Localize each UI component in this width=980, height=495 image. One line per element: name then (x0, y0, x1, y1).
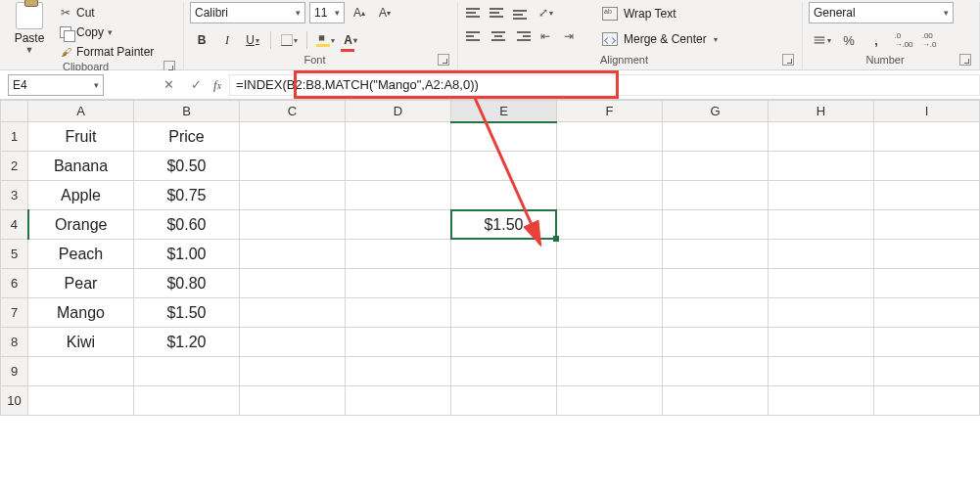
row-header-10[interactable]: 10 (1, 386, 28, 416)
cell-H5[interactable] (769, 240, 874, 269)
cell-G2[interactable] (663, 152, 769, 181)
cell-C2[interactable] (240, 152, 346, 181)
number-format-combo[interactable]: General ▾ (809, 2, 954, 23)
comma-format-button[interactable]: , (863, 29, 889, 51)
increase-decimal-button[interactable]: .0→.00 (891, 29, 916, 51)
bold-button[interactable]: B (190, 29, 213, 51)
cell-D3[interactable] (346, 181, 451, 210)
align-right-button[interactable] (511, 27, 533, 45)
cell-H2[interactable] (769, 152, 874, 181)
cell-A8[interactable]: Kiwi (28, 328, 134, 357)
cell-D6[interactable] (346, 269, 451, 298)
name-box[interactable]: E4 ▾ (8, 74, 104, 96)
cell-G1[interactable] (663, 122, 769, 152)
borders-button[interactable]: ▾ (277, 29, 301, 51)
cell-A6[interactable]: Pear (28, 269, 134, 298)
cell-H9[interactable] (769, 357, 874, 386)
cell-C7[interactable] (240, 298, 346, 328)
row-header-5[interactable]: 5 (1, 240, 28, 269)
cell-I2[interactable] (874, 152, 980, 181)
cell-E10[interactable] (451, 386, 557, 416)
cell-H4[interactable] (769, 210, 874, 240)
cell-A9[interactable] (28, 357, 134, 386)
column-header-A[interactable]: A (28, 101, 134, 122)
column-header-G[interactable]: G (663, 101, 769, 122)
align-center-button[interactable] (488, 27, 509, 45)
cell-F5[interactable] (557, 240, 663, 269)
cut-button[interactable]: Cut (59, 4, 154, 22)
cell-A5[interactable]: Peach (28, 240, 134, 269)
cell-G9[interactable] (663, 357, 769, 386)
cell-D8[interactable] (346, 328, 451, 357)
paste-button[interactable]: Paste ▼ (6, 2, 53, 55)
cell-B9[interactable] (134, 357, 240, 386)
cell-G7[interactable] (663, 298, 769, 328)
cell-C5[interactable] (240, 240, 346, 269)
copy-button[interactable]: Copy ▾ (59, 23, 154, 41)
cell-H6[interactable] (769, 269, 874, 298)
cell-E1[interactable] (451, 122, 557, 152)
cell-I5[interactable] (874, 240, 980, 269)
cancel-formula-button[interactable]: ✕ (159, 77, 178, 92)
cell-A3[interactable]: Apple (28, 181, 134, 210)
cell-I10[interactable] (874, 386, 980, 416)
cell-G5[interactable] (663, 240, 769, 269)
row-header-9[interactable]: 9 (1, 357, 28, 386)
cell-C1[interactable] (240, 122, 346, 152)
increase-indent-button[interactable]: ⇥ (558, 27, 580, 45)
cell-C4[interactable] (240, 210, 346, 240)
cell-I6[interactable] (874, 269, 980, 298)
cell-D1[interactable] (346, 122, 451, 152)
cell-B3[interactable]: $0.75 (134, 181, 240, 210)
cell-D5[interactable] (346, 240, 451, 269)
cell-A10[interactable] (28, 386, 134, 416)
cell-D9[interactable] (346, 357, 451, 386)
row-header-2[interactable]: 2 (1, 152, 28, 181)
cell-G4[interactable] (663, 210, 769, 240)
cell-B5[interactable]: $1.00 (134, 240, 240, 269)
cell-E2[interactable] (451, 152, 557, 181)
column-header-D[interactable]: D (346, 101, 451, 122)
cell-H3[interactable] (769, 181, 874, 210)
cell-F7[interactable] (557, 298, 663, 328)
cell-A7[interactable]: Mango (28, 298, 134, 328)
row-header-1[interactable]: 1 (1, 122, 28, 152)
worksheet[interactable]: ABCDEFGHI 1FruitPrice2Banana$0.503Apple$… (0, 100, 980, 416)
cell-F1[interactable] (557, 122, 663, 152)
cell-D2[interactable] (346, 152, 451, 181)
cell-C9[interactable] (240, 357, 346, 386)
percent-format-button[interactable]: % (836, 29, 862, 51)
decrease-decimal-button[interactable]: .00→.0 (916, 29, 942, 51)
cell-B7[interactable]: $1.50 (134, 298, 240, 328)
font-size-combo[interactable]: 11 ▾ (309, 2, 345, 23)
cell-I3[interactable] (874, 181, 980, 210)
cell-A4[interactable]: Orange (28, 210, 134, 240)
decrease-font-size-button[interactable]: A▾ (374, 2, 396, 23)
cell-F8[interactable] (557, 328, 663, 357)
format-painter-button[interactable]: Format Painter (59, 43, 154, 61)
fill-color-button[interactable]: ▾ (313, 29, 337, 51)
row-header-7[interactable]: 7 (1, 298, 28, 328)
cell-E3[interactable] (451, 181, 557, 210)
decrease-indent-button[interactable]: ⇤ (535, 27, 556, 45)
cell-D10[interactable] (346, 386, 451, 416)
cell-G3[interactable] (663, 181, 769, 210)
orientation-button[interactable]: ⤢▾ (535, 4, 556, 22)
cell-I9[interactable] (874, 357, 980, 386)
underline-button[interactable]: U▾ (241, 29, 264, 51)
cell-F10[interactable] (557, 386, 663, 416)
cell-E4[interactable]: $1.50 (451, 210, 557, 240)
font-name-combo[interactable]: Calibri ▾ (190, 2, 305, 23)
cell-E9[interactable] (451, 357, 557, 386)
column-header-C[interactable]: C (240, 101, 346, 122)
cell-C8[interactable] (240, 328, 346, 357)
cell-I7[interactable] (874, 298, 980, 328)
cell-B4[interactable]: $0.60 (134, 210, 240, 240)
cell-H1[interactable] (769, 122, 874, 152)
row-header-4[interactable]: 4 (1, 210, 28, 240)
increase-font-size-button[interactable]: A▴ (349, 2, 370, 23)
cell-E7[interactable] (451, 298, 557, 328)
row-header-8[interactable]: 8 (1, 328, 28, 357)
cell-F2[interactable] (557, 152, 663, 181)
cell-F3[interactable] (557, 181, 663, 210)
